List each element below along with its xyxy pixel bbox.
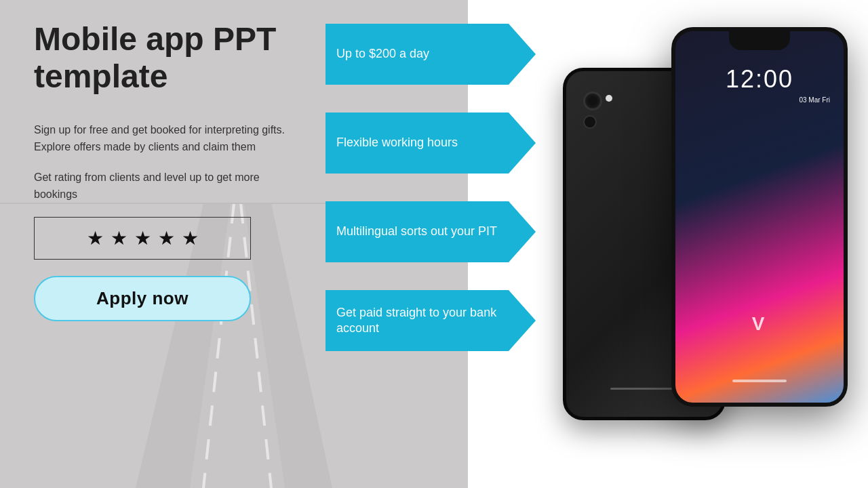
arrow-item-2: Flexible working hours [326, 113, 536, 174]
star-2: ★ [111, 227, 127, 249]
star-3: ★ [134, 227, 151, 249]
arrow-shape-2: Flexible working hours [326, 113, 536, 174]
phone-back-camera-secondary [583, 115, 597, 129]
phone-time: 12:00 [675, 65, 844, 94]
arrow-body-2: Flexible working hours [326, 113, 509, 174]
star-1: ★ [87, 227, 104, 249]
right-panel: Up to $200 a day Flexible working hours … [326, 0, 868, 488]
arrows-column: Up to $200 a day Flexible working hours … [326, 0, 556, 488]
arrow-shape-4: Get paid straight to your bank account [326, 290, 536, 351]
arrow-tip-3 [509, 201, 536, 262]
rating-box: ★ ★ ★ ★ ★ [34, 217, 251, 260]
phone-date: 03 Mar Fri [799, 96, 830, 105]
arrow-text-2: Flexible working hours [336, 135, 458, 150]
arrow-tip-2 [509, 113, 536, 174]
arrow-shape-3: Multilingual sorts out your PIT [326, 201, 536, 262]
arrow-body-1: Up to $200 a day [326, 24, 509, 85]
arrow-body-4: Get paid straight to your bank account [326, 290, 509, 351]
phone-back-camera-main [583, 92, 602, 110]
phone-brand: V [675, 313, 844, 335]
arrow-text-4: Get paid straight to your bank account [336, 305, 498, 337]
page-title: Mobile app PPT template [34, 20, 305, 95]
phone-back-flash [606, 95, 612, 102]
arrow-text-1: Up to $200 a day [336, 46, 429, 62]
arrow-text-3: Multilingual sorts out your PIT [336, 224, 497, 239]
description-1: Sign up for free and get booked for inte… [34, 122, 305, 156]
phone-home-bar [732, 380, 787, 382]
description-2: Get rating from clients and level up to … [34, 169, 305, 203]
star-5: ★ [182, 227, 199, 249]
arrow-body-3: Multilingual sorts out your PIT [326, 201, 509, 262]
arrow-shape-1: Up to $200 a day [326, 24, 536, 85]
arrow-tip-4 [509, 290, 536, 351]
phone-front: 12:00 03 Mar Fri V [671, 27, 848, 407]
arrow-item-3: Multilingual sorts out your PIT [326, 201, 536, 262]
apply-now-button[interactable]: Apply now [34, 276, 251, 321]
phone-back-bottom-bar [610, 388, 678, 390]
arrow-item-1: Up to $200 a day [326, 24, 536, 85]
arrow-item-4: Get paid straight to your bank account [326, 290, 536, 351]
left-panel: Mobile app PPT template Sign up for free… [0, 0, 326, 488]
arrow-tip-1 [509, 24, 536, 85]
star-4: ★ [158, 227, 175, 249]
phone-date-text: 03 Mar Fri [799, 96, 830, 104]
